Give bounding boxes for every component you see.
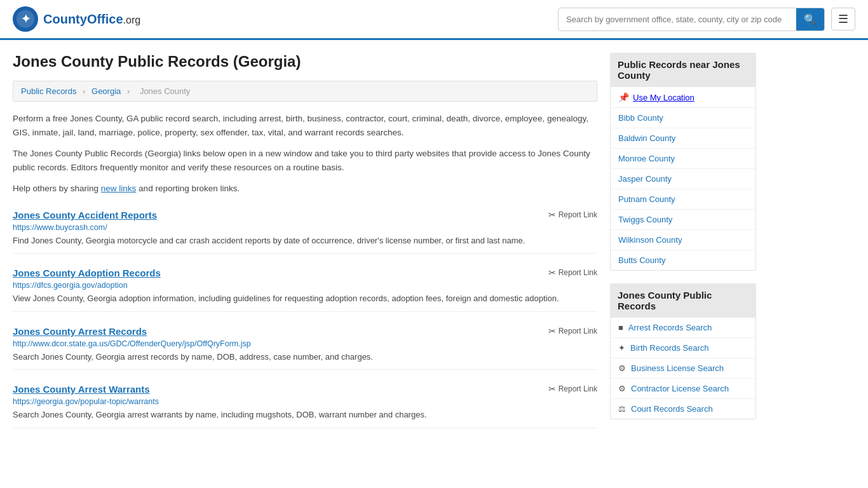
desc3-suffix: and reporting broken links. <box>136 184 240 193</box>
logo-text: CountyOffice.org <box>43 12 140 27</box>
sidebar-nearby-list: 📌 Use My Location Bibb County Baldwin Co… <box>610 87 756 271</box>
sidebar-county-5[interactable]: Twiggs County <box>611 210 756 230</box>
sidebar-county-6[interactable]: Wilkinson County <box>611 230 756 250</box>
records-list: Jones County Accident Reports ✂ Report L… <box>13 210 597 428</box>
county-link-2[interactable]: Monroe County <box>618 154 675 163</box>
county-link-4[interactable]: Putnam County <box>618 194 675 204</box>
breadcrumb-sep-2: › <box>127 86 130 96</box>
record-item-2: Jones County Arrest Records ✂ Report Lin… <box>13 326 597 370</box>
search-input[interactable] <box>559 10 796 29</box>
record-title-0[interactable]: Jones County Accident Reports <box>13 210 157 220</box>
record-url-1[interactable]: https://dfcs.georgia.gov/adoption <box>13 281 597 290</box>
report-icon-2: ✂ <box>548 326 556 336</box>
sidebar-county-0[interactable]: Bibb County <box>611 108 756 128</box>
record-header-3: Jones County Arrest Warrants ✂ Report Li… <box>13 384 597 395</box>
sidebar-record-item-0[interactable]: ■ Arrest Records Search <box>611 318 756 338</box>
breadcrumb-public-records[interactable]: Public Records <box>21 86 76 96</box>
sidebar: Public Records near Jones County 📌 Use M… <box>610 53 756 432</box>
record-link-3[interactable]: Contractor License Search <box>631 384 729 393</box>
record-icon-4: ⚖ <box>618 404 626 414</box>
record-icon-0: ■ <box>618 323 623 332</box>
report-link-2[interactable]: ✂ Report Link <box>548 326 597 336</box>
record-item-0: Jones County Accident Reports ✂ Report L… <box>13 210 597 254</box>
county-link-6[interactable]: Wilkinson County <box>618 235 682 245</box>
logo-area: ✦ CountyOffice.org <box>13 6 140 32</box>
new-links-link[interactable]: new links <box>101 184 137 193</box>
hamburger-button[interactable]: ☰ <box>831 8 855 30</box>
breadcrumb: Public Records › Georgia › Jones County <box>13 81 597 102</box>
desc3-prefix: Help others by sharing <box>13 184 101 193</box>
page-title: Jones County Public Records (Georgia) <box>13 53 597 71</box>
record-icon-1: ✦ <box>618 343 625 353</box>
report-link-label-2: Report Link <box>559 327 597 336</box>
record-url-3[interactable]: https://georgia.gov/popular-topic/warran… <box>13 397 597 406</box>
sidebar-record-item-2[interactable]: ⚙ Business License Search <box>611 358 756 379</box>
sidebar-county-1[interactable]: Baldwin County <box>611 128 756 149</box>
breadcrumb-jones: Jones County <box>140 86 191 96</box>
sidebar-county-3[interactable]: Jasper County <box>611 169 756 189</box>
record-link-4[interactable]: Court Records Search <box>631 404 713 414</box>
use-location-link[interactable]: Use My Location <box>633 93 695 102</box>
record-link-1[interactable]: Birth Records Search <box>630 343 709 353</box>
record-header-1: Jones County Adoption Records ✂ Report L… <box>13 268 597 278</box>
sidebar-county-7[interactable]: Butts County <box>611 250 756 270</box>
report-link-3[interactable]: ✂ Report Link <box>548 384 597 394</box>
record-desc-0: Find Jones County, Georgia motorcycle an… <box>13 234 597 247</box>
record-item-3: Jones County Arrest Warrants ✂ Report Li… <box>13 384 597 428</box>
sidebar-record-item-4[interactable]: ⚖ Court Records Search <box>611 399 756 419</box>
record-link-0[interactable]: Arrest Records Search <box>628 323 712 332</box>
county-link-0[interactable]: Bibb County <box>618 113 663 123</box>
header-right: 🔍 ☰ <box>558 8 855 31</box>
sidebar-records-list: ■ Arrest Records Search ✦ Birth Records … <box>610 318 756 419</box>
record-link-2[interactable]: Business License Search <box>631 363 724 373</box>
record-item-1: Jones County Adoption Records ✂ Report L… <box>13 268 597 312</box>
sidebar-county-2[interactable]: Monroe County <box>611 149 756 169</box>
search-button[interactable]: 🔍 <box>796 8 824 30</box>
sidebar-records-section: Jones County Public Records ■ Arrest Rec… <box>610 283 756 419</box>
sidebar-record-item-3[interactable]: ⚙ Contractor License Search <box>611 379 756 399</box>
logo-icon: ✦ <box>13 6 38 32</box>
record-title-2[interactable]: Jones County Arrest Records <box>13 326 147 337</box>
record-title-1[interactable]: Jones County Adoption Records <box>13 268 161 278</box>
sidebar-nearby-section: Public Records near Jones County 📌 Use M… <box>610 53 756 271</box>
sidebar-county-4[interactable]: Putnam County <box>611 189 756 210</box>
sidebar-record-item-1[interactable]: ✦ Birth Records Search <box>611 338 756 358</box>
search-bar: 🔍 <box>558 8 825 31</box>
record-header-2: Jones County Arrest Records ✂ Report Lin… <box>13 326 597 337</box>
record-url-0[interactable]: https://www.buycrash.com/ <box>13 223 597 232</box>
breadcrumb-sep-1: › <box>83 86 85 96</box>
report-icon-0: ✂ <box>548 210 556 220</box>
county-link-7[interactable]: Butts County <box>618 255 665 265</box>
record-title-3[interactable]: Jones County Arrest Warrants <box>13 384 150 395</box>
county-link-3[interactable]: Jasper County <box>618 174 672 184</box>
report-link-0[interactable]: ✂ Report Link <box>548 210 597 220</box>
breadcrumb-georgia[interactable]: Georgia <box>92 86 121 96</box>
sidebar-nearby-title: Public Records near Jones County <box>610 53 756 87</box>
record-header-0: Jones County Accident Reports ✂ Report L… <box>13 210 597 220</box>
record-desc-2: Search Jones County, Georgia arrest reco… <box>13 351 597 363</box>
header: ✦ CountyOffice.org 🔍 ☰ <box>0 0 868 40</box>
record-desc-3: Search Jones County, Georgia arrest warr… <box>13 409 597 421</box>
main-content: Jones County Public Records (Georgia) Pu… <box>13 53 597 432</box>
svg-text:✦: ✦ <box>21 13 31 25</box>
page-container: Jones County Public Records (Georgia) Pu… <box>0 40 868 445</box>
main-description-2: The Jones County Public Records (Georgia… <box>13 147 597 174</box>
record-url-2[interactable]: http://www.dcor.state.ga.us/GDC/Offender… <box>13 339 597 348</box>
report-link-label-1: Report Link <box>559 268 597 277</box>
report-icon-3: ✂ <box>548 384 556 394</box>
sidebar-records-title: Jones County Public Records <box>610 283 756 318</box>
use-location-item[interactable]: 📌 Use My Location <box>611 87 756 108</box>
record-icon-3: ⚙ <box>618 384 626 393</box>
main-description-1: Perform a free Jones County, GA public r… <box>13 112 597 139</box>
report-link-1[interactable]: ✂ Report Link <box>548 268 597 278</box>
report-link-label-3: Report Link <box>559 384 597 393</box>
record-icon-2: ⚙ <box>618 363 626 373</box>
record-desc-1: View Jones County, Georgia adoption info… <box>13 292 597 305</box>
main-description-3: Help others by sharing new links and rep… <box>13 182 597 196</box>
location-pin-icon: 📌 <box>618 92 629 102</box>
county-link-1[interactable]: Baldwin County <box>618 133 675 143</box>
report-icon-1: ✂ <box>548 268 556 278</box>
county-link-5[interactable]: Twiggs County <box>618 215 672 224</box>
report-link-label-0: Report Link <box>559 210 597 219</box>
